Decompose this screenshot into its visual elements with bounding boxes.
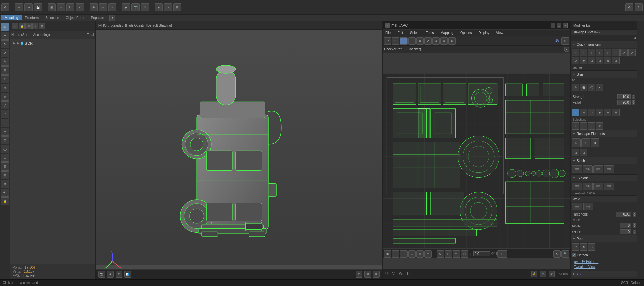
uvw-menu-display[interactable]: Display <box>477 31 491 35</box>
vp-camera-icon[interactable]: 📷 <box>98 271 105 278</box>
qt-icon-13[interactable]: ⊠ <box>604 57 611 64</box>
stitch-icon-1[interactable]: ⊞⊟ <box>572 165 582 173</box>
qt-icon-9[interactable]: ⊕ <box>572 57 579 64</box>
scene-list-btn[interactable]: ≡ <box>32 23 38 29</box>
uvw-lock-icon[interactable]: 🔒 <box>531 271 537 277</box>
uvw-restore-btn[interactable]: □ <box>557 23 561 28</box>
tool-bevel[interactable]: ◈ <box>1 93 9 101</box>
qt-icon-10[interactable]: ✚ <box>580 57 587 64</box>
tool-weld[interactable]: ⊞ <box>1 119 9 127</box>
mode-tab-populate[interactable]: Populate <box>88 15 107 20</box>
collapse-icon[interactable]: ◀ <box>634 36 636 40</box>
sel-edge-icon[interactable]: ─ <box>580 109 587 116</box>
stitch-icon-2[interactable]: ⊡⊠ <box>583 165 593 173</box>
tool-hide[interactable]: 👁 <box>1 189 9 197</box>
uvw-tool-checker[interactable]: ⊞ <box>561 37 569 45</box>
align-icon[interactable]: ≡ <box>108 3 116 11</box>
uvw-b-element[interactable]: ◈ <box>416 250 424 258</box>
explode-header[interactable]: ▼ Explode <box>571 175 637 181</box>
scene-grid-btn[interactable]: ⊞ <box>39 23 45 29</box>
uvw-menu-view[interactable]: View <box>495 31 505 35</box>
rotate-tool-icon[interactable]: ↻ <box>66 3 74 11</box>
vp-stats-icon[interactable]: 📊 <box>124 271 131 278</box>
explode-icon-3[interactable]: ⊞⊟ <box>593 183 603 190</box>
detach-checkbox[interactable] <box>572 253 576 257</box>
uvw-b-search[interactable]: 🔍 <box>561 250 569 258</box>
select-tool-icon[interactable]: ▣ <box>48 3 56 11</box>
uvw-tool-scale[interactable]: ⤢ <box>424 37 432 45</box>
uvw-canvas-area[interactable]: ▣ · ─ □ ◈ ✂ | ⊕ ◎ ✎ ◯ | XY I 16 ⚙ 🔍 <box>383 53 570 269</box>
weld-threshold-input[interactable] <box>616 212 631 217</box>
sel-loop-icon[interactable]: ○ <box>588 122 595 130</box>
uvw-settings-icon[interactable]: ⚙ <box>549 271 555 277</box>
uvw-tool-rotate[interactable]: ↻ <box>416 37 424 45</box>
tool-bridge[interactable]: ⇌ <box>1 101 9 109</box>
vp-viewport-icon[interactable]: ▦ <box>373 271 380 278</box>
uvw-coord-input[interactable] <box>473 251 490 256</box>
tool-cut[interactable]: ✂ <box>1 110 9 118</box>
uvw-menu-edit[interactable]: Edit <box>396 31 405 35</box>
qt-icon-12[interactable]: ⊟ <box>596 57 603 64</box>
uvw-b-seam[interactable]: ✂ <box>424 250 432 258</box>
viewport-canvas[interactable]: x y z 📷 ◈ ⊞ 📊 ⊡ ⊠ ▦ <box>96 30 382 279</box>
reshape-header[interactable]: ▼ Reshape Elements <box>571 130 637 137</box>
tool-freeze[interactable]: ❄ <box>1 180 9 188</box>
curve-icon[interactable]: ~ <box>164 3 172 11</box>
explode-icon-4[interactable]: ⊡⊠ <box>604 183 614 190</box>
populate-extra-icon[interactable]: ▼ <box>109 15 115 21</box>
brush-icon-2[interactable]: ⬤ <box>580 84 587 91</box>
select-id-up[interactable]: ▲ <box>633 230 636 232</box>
qt-icon-3[interactable]: | <box>588 49 595 56</box>
brush-strength-up[interactable]: ▲ <box>632 95 635 97</box>
scene-item-scr[interactable]: ▶ ▶ SCR <box>11 40 94 46</box>
uvw-menu-options[interactable]: Options <box>459 31 473 35</box>
tool-flip[interactable]: ⇔ <box>1 128 9 136</box>
vp-safe-icon[interactable]: ⊠ <box>364 271 371 278</box>
uvw-b-edge[interactable]: ─ <box>400 250 408 258</box>
tool-rotate[interactable]: ↻ <box>1 40 9 48</box>
tool-paint[interactable]: ✎ <box>1 58 9 66</box>
redo-icon[interactable]: ↪ <box>24 3 33 11</box>
qt-icon-11[interactable]: ⊞ <box>588 57 595 64</box>
uvw-menu-file[interactable]: File <box>384 31 392 35</box>
vp-shading-icon[interactable]: ◈ <box>107 271 114 278</box>
uvw-tool-freeform[interactable]: ◈ <box>432 37 440 45</box>
material-icon[interactable]: ◈ <box>155 3 163 11</box>
scene-lock-btn[interactable]: 🔒 <box>19 23 25 29</box>
app-logo-icon[interactable]: ⚙ <box>1 3 9 11</box>
brush-icon-3[interactable]: ◯ <box>588 84 595 91</box>
undo-icon[interactable]: ↩ <box>15 3 23 11</box>
peel-icon-2[interactable]: ↻ <box>580 243 587 251</box>
mode-tab-objectpaint[interactable]: Object Paint <box>62 15 87 20</box>
stitch-icon-4[interactable]: ⊡⊠ <box>604 165 614 173</box>
uvw-minimize-btn[interactable]: ─ <box>551 23 555 28</box>
light-icon[interactable]: ☀ <box>141 3 149 11</box>
scale-tool-icon[interactable]: ⤢ <box>76 3 84 11</box>
uvw-b-vertex[interactable]: · <box>392 250 399 258</box>
uvw-menu-mapping[interactable]: Mapping <box>439 31 455 35</box>
snap-icon[interactable]: ⊕ <box>90 3 98 11</box>
qt-icon-7[interactable]: ↗ <box>620 49 628 56</box>
tool-mirror[interactable]: ⊠ <box>1 136 9 144</box>
brush-strength-down[interactable]: ▼ <box>632 97 635 99</box>
stitch-header[interactable]: ▼ Stitch <box>571 157 637 164</box>
reshape-icon-2[interactable]: ○ <box>581 138 590 147</box>
brush-icon-4[interactable]: ▲ <box>596 84 603 91</box>
qt-icon-4[interactable]: || <box>596 49 603 56</box>
tool-extrude[interactable]: ⬆ <box>1 75 9 83</box>
quick-transform-header[interactable]: ▼ Quick Transform <box>571 41 637 48</box>
uvw-checker-dropdown[interactable]: ▼ <box>564 47 569 52</box>
move-tool-icon[interactable]: ✛ <box>57 3 65 11</box>
save-icon[interactable]: 💾 <box>34 3 42 11</box>
reshape-icon-1[interactable]: □ <box>572 138 581 147</box>
peel-header[interactable]: ▼ Peel <box>571 235 637 242</box>
uvw-tool-select[interactable]: □ <box>400 37 408 45</box>
tool-transform[interactable]: ✛ <box>1 32 9 40</box>
weld-icon-1[interactable]: ⊞⊟ <box>572 203 582 210</box>
uvw-tool-mirror-h[interactable]: ⇔ <box>440 37 448 45</box>
uvw-menu-select[interactable]: Select <box>409 31 421 35</box>
vp-wire-icon[interactable]: ⊞ <box>116 271 122 278</box>
uvw-b-peel[interactable]: ◯ <box>461 250 468 258</box>
reshape-icon-3[interactable]: ◑ <box>591 138 599 147</box>
tool-inset[interactable]: ⊕ <box>1 84 9 92</box>
